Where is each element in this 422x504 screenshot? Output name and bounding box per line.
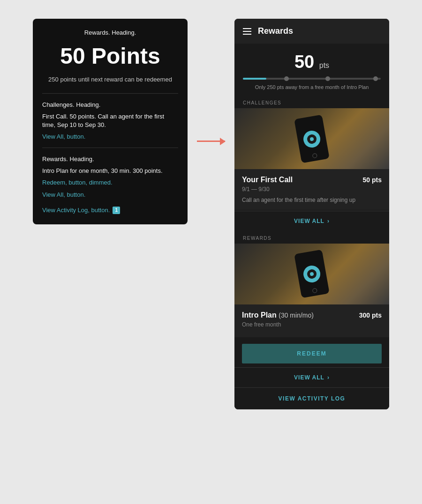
rewards-card-body: Intro Plan (30 min/mo) 300 pts One free … <box>234 304 389 337</box>
progress-track <box>243 78 381 80</box>
challenges-card-date: 9/1 — 9/30 <box>242 186 382 193</box>
left-redeem-button[interactable]: Redeem, button, dimmed. <box>42 178 178 187</box>
menu-icon[interactable] <box>243 28 251 35</box>
app-title: Rewards <box>258 26 293 36</box>
points-section: 50 pts Only 250 pts away from a free mon… <box>234 44 389 96</box>
challenges-view-all-label: VIEW ALL <box>294 218 324 224</box>
challenges-view-all-chevron: › <box>327 218 330 224</box>
left-panel: Rewards. Heading. 50 Points 250 points u… <box>33 19 188 224</box>
challenges-card-pts: 50 pts <box>363 176 382 184</box>
rewards-phone-dot <box>309 272 314 276</box>
left-activity-badge: 1 <box>113 207 120 214</box>
pts-label: pts <box>319 61 329 69</box>
rewards-card-title-row: Intro Plan (30 min/mo) 300 pts <box>242 311 382 319</box>
rewards-phone-home-btn <box>312 288 318 294</box>
challenges-card-body: Your First Call 50 pts 9/1 — 9/30 Call a… <box>234 169 389 210</box>
challenges-card-title: Your First Call <box>242 176 293 184</box>
points-value-display: 50 pts <box>243 52 381 72</box>
challenges-view-all-button[interactable]: VIEW ALL › <box>234 211 389 231</box>
left-challenge-item: First Call. 50 points. Call an agent for… <box>42 112 178 129</box>
phone-circle-inner <box>306 133 317 144</box>
redeem-wrap: REDEEM <box>234 338 389 367</box>
menu-line-2 <box>243 31 251 32</box>
rewards-phone-shape <box>294 250 330 298</box>
left-points-sub: 250 points until next reward can be rede… <box>42 75 178 84</box>
left-rewards-heading-2: Rewards. Heading. <box>42 155 178 164</box>
view-activity-log-button[interactable]: VIEW ACTIVITY LOG <box>234 387 389 409</box>
progress-fill <box>243 78 266 80</box>
rewards-card: Intro Plan (30 min/mo) 300 pts One free … <box>234 244 389 337</box>
arrow-container <box>197 19 225 141</box>
progress-dot-3 <box>373 76 378 81</box>
rewards-view-all-chevron: › <box>327 374 330 381</box>
rewards-view-all-button[interactable]: VIEW ALL › <box>234 367 389 387</box>
left-activity-log-button[interactable]: View Activity Log, button. <box>42 206 110 215</box>
left-activity-log-wrap: View Activity Log, button. 1 <box>42 206 178 215</box>
progress-dot-1 <box>284 76 289 81</box>
progress-sub-text: Only 250 pts away from a free month of I… <box>243 84 381 90</box>
rewards-card-image-inner <box>234 244 389 304</box>
menu-line-3 <box>243 34 251 35</box>
left-points-display: 50 Points <box>42 39 178 73</box>
rewards-card-title-main: Intro Plan <box>242 311 277 319</box>
rewards-card-pts: 300 pts <box>359 311 382 319</box>
progress-dot-2 <box>325 76 330 81</box>
left-challenges-view-all-button[interactable]: View All, button. <box>42 132 178 141</box>
phone-home-btn <box>312 153 318 158</box>
divider-1 <box>42 93 178 94</box>
left-reward-item: Intro Plan for one month, 30 min. 300 po… <box>42 167 178 175</box>
progress-bar-wrap <box>243 78 381 81</box>
left-challenges-heading: Challenges. Heading. <box>42 100 178 110</box>
rewards-card-title: Intro Plan (30 min/mo) <box>242 311 314 319</box>
app-header: Rewards <box>234 19 389 44</box>
rewards-section-label: REWARDS <box>234 231 389 244</box>
menu-line-1 <box>243 28 251 29</box>
challenges-card-image-inner <box>234 108 389 169</box>
points-number: 50 <box>294 52 314 72</box>
phone-shape <box>294 114 330 163</box>
challenges-card: Your First Call 50 pts 9/1 — 9/30 Call a… <box>234 108 389 210</box>
challenges-card-image <box>234 108 389 169</box>
challenges-card-desc: Call an agent for the first time after s… <box>242 196 382 204</box>
rewards-card-sub: One free month <box>242 321 382 328</box>
left-rewards-view-all-button[interactable]: View All, button. <box>42 190 178 200</box>
redeem-button[interactable]: REDEEM <box>242 344 382 363</box>
rewards-phone-circle <box>302 264 322 284</box>
rewards-card-title-suffix: (30 min/mo) <box>279 311 314 319</box>
rewards-view-all-label: VIEW ALL <box>294 374 324 381</box>
phone-dot <box>309 136 314 141</box>
challenges-card-title-row: Your First Call 50 pts <box>242 176 382 184</box>
right-panel: Rewards 50 pts Only 250 pts away from a … <box>234 19 389 409</box>
phone-circle <box>302 129 322 148</box>
rewards-card-image <box>234 244 389 304</box>
divider-2 <box>42 148 178 148</box>
rewards-phone-circle-inner <box>306 268 317 279</box>
left-rewards-heading: Rewards. Heading. <box>42 28 178 37</box>
challenges-section-label: CHALLENGES <box>234 96 389 108</box>
